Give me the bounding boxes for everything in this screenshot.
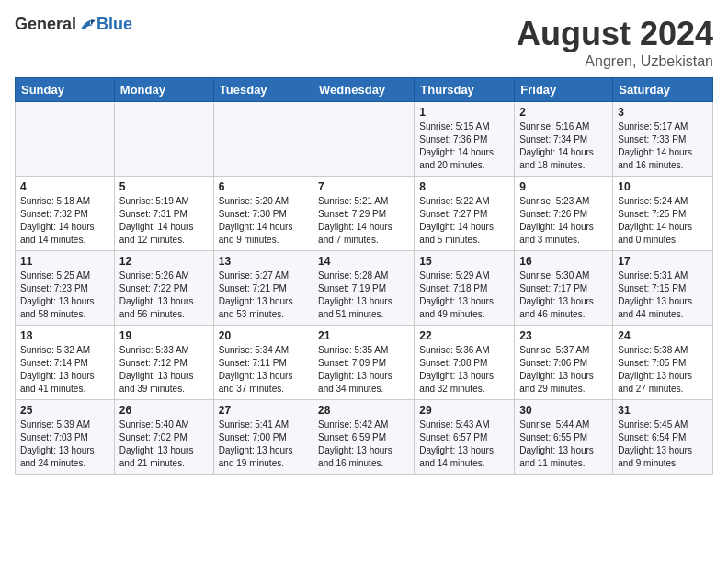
weekday-header-tuesday: Tuesday — [213, 78, 313, 102]
calendar-cell: 23Sunrise: 5:37 AM Sunset: 7:06 PM Dayli… — [515, 326, 613, 400]
logo: General Blue — [15, 15, 132, 34]
calendar-cell — [114, 102, 213, 177]
day-info: Sunrise: 5:15 AM Sunset: 7:36 PM Dayligh… — [419, 121, 509, 172]
calendar-week-row: 25Sunrise: 5:39 AM Sunset: 7:03 PM Dayli… — [16, 400, 713, 475]
month-year-title: August 2024 — [517, 15, 713, 53]
calendar-cell: 24Sunrise: 5:38 AM Sunset: 7:05 PM Dayli… — [613, 326, 713, 400]
calendar-cell: 29Sunrise: 5:43 AM Sunset: 6:57 PM Dayli… — [415, 400, 515, 475]
day-info: Sunrise: 5:27 AM Sunset: 7:21 PM Dayligh… — [219, 270, 308, 321]
calendar-cell: 19Sunrise: 5:33 AM Sunset: 7:12 PM Dayli… — [114, 326, 213, 400]
weekday-header-thursday: Thursday — [415, 78, 515, 102]
calendar-cell — [213, 102, 313, 177]
day-number: 15 — [419, 255, 509, 268]
day-info: Sunrise: 5:31 AM Sunset: 7:15 PM Dayligh… — [618, 270, 708, 321]
day-number: 18 — [20, 329, 109, 342]
day-number: 8 — [419, 180, 509, 193]
calendar-cell: 30Sunrise: 5:44 AM Sunset: 6:55 PM Dayli… — [515, 400, 613, 475]
day-number: 21 — [318, 329, 409, 342]
calendar-cell: 26Sunrise: 5:40 AM Sunset: 7:02 PM Dayli… — [114, 400, 213, 475]
day-info: Sunrise: 5:45 AM Sunset: 6:54 PM Dayligh… — [618, 419, 708, 470]
day-info: Sunrise: 5:39 AM Sunset: 7:03 PM Dayligh… — [20, 419, 109, 470]
day-number: 3 — [618, 106, 708, 119]
day-number: 16 — [519, 255, 608, 268]
calendar-week-row: 11Sunrise: 5:25 AM Sunset: 7:23 PM Dayli… — [16, 251, 713, 326]
day-number: 28 — [318, 404, 409, 417]
calendar-cell: 12Sunrise: 5:26 AM Sunset: 7:22 PM Dayli… — [114, 251, 213, 326]
day-info: Sunrise: 5:20 AM Sunset: 7:30 PM Dayligh… — [219, 195, 308, 247]
day-info: Sunrise: 5:29 AM Sunset: 7:18 PM Dayligh… — [419, 270, 509, 321]
day-number: 1 — [419, 106, 509, 119]
weekday-header-saturday: Saturday — [613, 78, 713, 102]
day-info: Sunrise: 5:43 AM Sunset: 6:57 PM Dayligh… — [419, 419, 509, 470]
day-number: 17 — [618, 255, 708, 268]
calendar-cell: 16Sunrise: 5:30 AM Sunset: 7:17 PM Dayli… — [515, 251, 613, 326]
day-info: Sunrise: 5:19 AM Sunset: 7:31 PM Dayligh… — [119, 195, 209, 247]
calendar-cell: 2Sunrise: 5:16 AM Sunset: 7:34 PM Daylig… — [515, 102, 613, 177]
calendar-cell — [313, 102, 415, 177]
calendar-cell: 17Sunrise: 5:31 AM Sunset: 7:15 PM Dayli… — [613, 251, 713, 326]
day-info: Sunrise: 5:22 AM Sunset: 7:27 PM Dayligh… — [419, 195, 509, 247]
calendar-week-row: 1Sunrise: 5:15 AM Sunset: 7:36 PM Daylig… — [16, 102, 713, 177]
day-number: 14 — [318, 255, 409, 268]
day-info: Sunrise: 5:18 AM Sunset: 7:32 PM Dayligh… — [20, 195, 109, 247]
calendar-cell: 20Sunrise: 5:34 AM Sunset: 7:11 PM Dayli… — [213, 326, 313, 400]
day-number: 24 — [618, 329, 708, 342]
day-info: Sunrise: 5:23 AM Sunset: 7:26 PM Dayligh… — [519, 195, 608, 247]
day-info: Sunrise: 5:44 AM Sunset: 6:55 PM Dayligh… — [519, 419, 608, 470]
day-number: 2 — [519, 106, 608, 119]
weekday-header-monday: Monday — [114, 78, 213, 102]
weekday-header-friday: Friday — [515, 78, 613, 102]
calendar-cell: 10Sunrise: 5:24 AM Sunset: 7:25 PM Dayli… — [613, 177, 713, 251]
day-number: 26 — [119, 404, 209, 417]
calendar-week-row: 18Sunrise: 5:32 AM Sunset: 7:14 PM Dayli… — [16, 326, 713, 400]
calendar-table: SundayMondayTuesdayWednesdayThursdayFrid… — [15, 77, 713, 475]
title-section: August 2024 Angren, Uzbekistan — [517, 15, 713, 70]
day-info: Sunrise: 5:26 AM Sunset: 7:22 PM Dayligh… — [119, 270, 209, 321]
day-number: 6 — [219, 180, 308, 193]
calendar-cell: 27Sunrise: 5:41 AM Sunset: 7:00 PM Dayli… — [213, 400, 313, 475]
day-number: 19 — [119, 329, 209, 342]
day-number: 4 — [20, 180, 109, 193]
day-number: 31 — [618, 404, 708, 417]
day-number: 5 — [119, 180, 209, 193]
calendar-cell: 15Sunrise: 5:29 AM Sunset: 7:18 PM Dayli… — [415, 251, 515, 326]
day-info: Sunrise: 5:17 AM Sunset: 7:33 PM Dayligh… — [618, 121, 708, 172]
day-number: 11 — [20, 255, 109, 268]
calendar-cell: 5Sunrise: 5:19 AM Sunset: 7:31 PM Daylig… — [114, 177, 213, 251]
calendar-cell: 25Sunrise: 5:39 AM Sunset: 7:03 PM Dayli… — [16, 400, 115, 475]
day-info: Sunrise: 5:28 AM Sunset: 7:19 PM Dayligh… — [318, 270, 409, 321]
calendar-cell: 4Sunrise: 5:18 AM Sunset: 7:32 PM Daylig… — [16, 177, 115, 251]
calendar-cell: 9Sunrise: 5:23 AM Sunset: 7:26 PM Daylig… — [515, 177, 613, 251]
day-info: Sunrise: 5:41 AM Sunset: 7:00 PM Dayligh… — [219, 419, 308, 470]
day-info: Sunrise: 5:40 AM Sunset: 7:02 PM Dayligh… — [119, 419, 209, 470]
weekday-header-sunday: Sunday — [16, 78, 115, 102]
day-info: Sunrise: 5:38 AM Sunset: 7:05 PM Dayligh… — [618, 344, 708, 396]
calendar-cell: 6Sunrise: 5:20 AM Sunset: 7:30 PM Daylig… — [213, 177, 313, 251]
day-info: Sunrise: 5:35 AM Sunset: 7:09 PM Dayligh… — [318, 344, 409, 396]
day-info: Sunrise: 5:36 AM Sunset: 7:08 PM Dayligh… — [419, 344, 509, 396]
day-number: 22 — [419, 329, 509, 342]
calendar-cell: 11Sunrise: 5:25 AM Sunset: 7:23 PM Dayli… — [16, 251, 115, 326]
day-info: Sunrise: 5:34 AM Sunset: 7:11 PM Dayligh… — [219, 344, 308, 396]
calendar-cell — [16, 102, 115, 177]
day-number: 13 — [219, 255, 308, 268]
page-header: General Blue August 2024 Angren, Uzbekis… — [15, 15, 713, 70]
logo-bird-icon — [78, 16, 97, 34]
calendar-cell: 7Sunrise: 5:21 AM Sunset: 7:29 PM Daylig… — [313, 177, 415, 251]
calendar-cell: 13Sunrise: 5:27 AM Sunset: 7:21 PM Dayli… — [213, 251, 313, 326]
day-info: Sunrise: 5:16 AM Sunset: 7:34 PM Dayligh… — [519, 121, 608, 172]
location-subtitle: Angren, Uzbekistan — [517, 53, 713, 70]
day-number: 27 — [219, 404, 308, 417]
day-number: 7 — [318, 180, 409, 193]
calendar-cell: 21Sunrise: 5:35 AM Sunset: 7:09 PM Dayli… — [313, 326, 415, 400]
calendar-cell: 3Sunrise: 5:17 AM Sunset: 7:33 PM Daylig… — [613, 102, 713, 177]
calendar-cell: 8Sunrise: 5:22 AM Sunset: 7:27 PM Daylig… — [415, 177, 515, 251]
weekday-header-wednesday: Wednesday — [313, 78, 415, 102]
calendar-cell: 31Sunrise: 5:45 AM Sunset: 6:54 PM Dayli… — [613, 400, 713, 475]
calendar-cell: 14Sunrise: 5:28 AM Sunset: 7:19 PM Dayli… — [313, 251, 415, 326]
logo-general-text: General — [15, 15, 76, 34]
day-info: Sunrise: 5:24 AM Sunset: 7:25 PM Dayligh… — [618, 195, 708, 247]
day-info: Sunrise: 5:37 AM Sunset: 7:06 PM Dayligh… — [519, 344, 608, 396]
day-number: 30 — [519, 404, 608, 417]
calendar-week-row: 4Sunrise: 5:18 AM Sunset: 7:32 PM Daylig… — [16, 177, 713, 251]
